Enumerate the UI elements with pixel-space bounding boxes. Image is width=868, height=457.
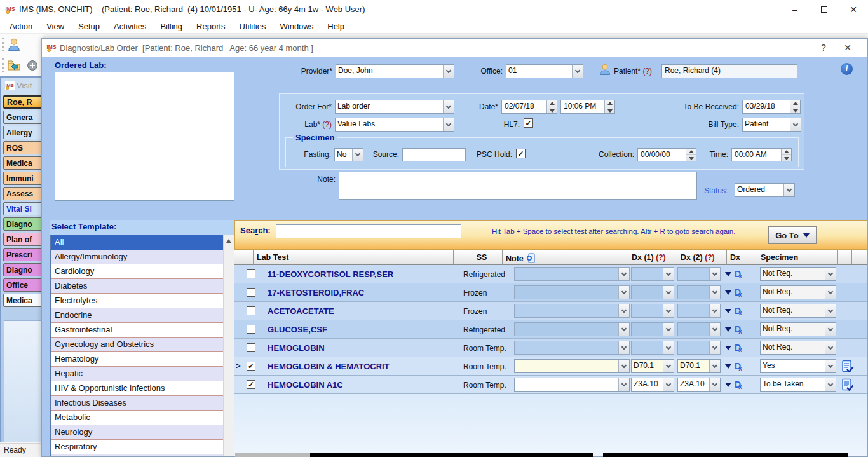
note-input[interactable] xyxy=(339,172,697,200)
header-lab-test[interactable]: Lab Test xyxy=(254,250,454,265)
template-list-item[interactable]: Rheumatology xyxy=(51,454,234,456)
spin-up-icon[interactable] xyxy=(686,149,696,155)
dx-expand-icon[interactable] xyxy=(725,290,731,295)
note-dropdown[interactable] xyxy=(514,378,630,392)
lab-test-name[interactable]: HEMOGLOBIN & HEMATOCRIT xyxy=(268,362,390,371)
provider-dropdown[interactable]: Doe, John xyxy=(336,64,454,78)
chevron-down-icon[interactable] xyxy=(709,360,720,372)
chevron-down-icon[interactable] xyxy=(709,268,720,280)
dx-expand-icon[interactable] xyxy=(725,327,731,332)
chevron-down-icon[interactable] xyxy=(825,341,836,354)
chevron-down-icon[interactable] xyxy=(443,100,454,113)
dx-expand-icon[interactable] xyxy=(725,364,731,369)
spin-up-icon[interactable] xyxy=(782,149,791,155)
psc-hold-checkbox[interactable]: ✓ xyxy=(516,149,526,158)
chevron-down-icon[interactable] xyxy=(825,323,836,336)
dx2-dropdown[interactable]: D70.1 xyxy=(677,359,721,373)
row-checkbox[interactable]: ✓ xyxy=(247,362,255,371)
chevron-down-icon[interactable] xyxy=(663,341,674,354)
dx2-dropdown[interactable]: Z3A.10 xyxy=(677,378,721,392)
menu-item[interactable]: Utilities xyxy=(233,20,273,33)
spin-down-icon[interactable] xyxy=(686,155,696,161)
note-dropdown[interactable] xyxy=(514,322,630,336)
chevron-down-icon[interactable] xyxy=(663,304,674,317)
menu-item[interactable]: Reports xyxy=(189,20,233,33)
note-dropdown[interactable] xyxy=(514,304,630,318)
lab-test-name[interactable]: HEMOGLOBIN A1C xyxy=(268,380,343,390)
row-checkbox[interactable]: ✓ xyxy=(247,288,255,297)
chevron-down-icon[interactable] xyxy=(663,360,674,372)
specimen-dropdown[interactable]: Not Req. xyxy=(760,341,836,355)
sidebar-chart-tab-plan-of[interactable]: Plan of xyxy=(3,233,43,246)
hl7-checkbox[interactable]: ✓ xyxy=(524,118,533,128)
add-icon[interactable] xyxy=(27,60,38,71)
menu-item[interactable]: Billing xyxy=(153,20,189,33)
info-icon[interactable]: i xyxy=(841,63,853,75)
sidebar-chart-tab-medica[interactable]: Medica xyxy=(3,294,43,307)
sidebar-chart-tab-vital-si[interactable]: Vital Si xyxy=(3,202,43,215)
template-list-item[interactable]: Diabetes xyxy=(51,279,234,294)
note-dropdown[interactable] xyxy=(514,267,630,281)
template-list-item[interactable]: Respiratory xyxy=(51,440,234,454)
header-dx1[interactable]: Dx (1) (?) xyxy=(628,250,677,265)
lab-test-name[interactable]: 17-KETOSTEROID,FRAC xyxy=(268,288,364,297)
order-status-dropdown[interactable]: Ordered xyxy=(735,183,795,197)
menu-item[interactable]: Windows xyxy=(273,20,321,33)
open-folder-icon[interactable] xyxy=(7,59,21,72)
dx-flag-button[interactable]: Dx xyxy=(725,268,745,280)
template-list-item[interactable]: Hematology xyxy=(51,352,234,367)
dx1-dropdown[interactable]: D70.1 xyxy=(631,359,674,373)
search-input[interactable] xyxy=(276,224,461,238)
chevron-down-icon[interactable] xyxy=(709,286,720,299)
spin-down-icon[interactable] xyxy=(782,155,791,161)
chevron-down-icon[interactable] xyxy=(709,341,720,354)
collection-date-spinner[interactable]: 00/00/00 xyxy=(637,148,696,161)
spin-down-icon[interactable] xyxy=(547,107,557,114)
sidebar-chart-tab-roe-r[interactable]: Roe, R xyxy=(3,95,43,109)
maximize-button[interactable] xyxy=(810,0,839,19)
time-spinner[interactable]: 10:06 PM xyxy=(560,100,615,114)
toolbar-grip[interactable] xyxy=(2,58,4,72)
row-checkbox[interactable]: ✓ xyxy=(247,269,255,278)
template-list-item[interactable]: Gynecology and Obstetrics xyxy=(51,338,234,352)
template-list-item[interactable]: Hepatic xyxy=(51,367,234,381)
sidebar-chart-tab-ros[interactable]: ROS xyxy=(3,141,43,154)
collection-time-spinner[interactable]: 00:00 AM xyxy=(731,148,792,161)
dx1-dropdown[interactable] xyxy=(631,322,674,336)
chevron-down-icon[interactable] xyxy=(572,65,583,78)
close-button[interactable]: ✕ xyxy=(839,0,868,19)
sidebar-chart-tab-medica[interactable]: Medica xyxy=(3,156,43,170)
source-input[interactable] xyxy=(402,148,466,161)
scroll-up-button[interactable] xyxy=(224,235,234,246)
note-add-icon[interactable] xyxy=(526,253,536,263)
chevron-down-icon[interactable] xyxy=(443,118,454,131)
lab-test-name[interactable]: GLUCOSE,CSF xyxy=(268,325,327,334)
note-dropdown[interactable] xyxy=(514,359,630,373)
lab-dropdown[interactable]: Value Labs xyxy=(335,118,454,132)
chevron-down-icon[interactable] xyxy=(663,323,674,336)
dx1-dropdown[interactable] xyxy=(631,285,674,299)
dx1-dropdown[interactable] xyxy=(631,267,674,281)
chevron-down-icon[interactable] xyxy=(709,378,720,391)
spin-down-icon[interactable] xyxy=(790,107,800,114)
specimen-dropdown[interactable]: Not Req. xyxy=(760,267,836,281)
minimize-button[interactable]: – xyxy=(780,0,810,19)
chevron-down-icon[interactable] xyxy=(783,184,794,196)
bill-type-dropdown[interactable]: Patient xyxy=(742,118,801,132)
spin-up-icon[interactable] xyxy=(790,100,800,107)
dialog-close-button[interactable]: ✕ xyxy=(833,39,862,57)
spin-down-icon[interactable] xyxy=(605,107,614,114)
template-list-item[interactable]: Cardiology xyxy=(51,264,234,279)
dx2-dropdown[interactable] xyxy=(677,285,721,299)
template-list-item[interactable]: Neurology xyxy=(51,425,234,440)
template-list-item[interactable]: Gastrointestinal xyxy=(51,323,234,338)
dx1-dropdown[interactable] xyxy=(631,304,674,318)
dx2-dropdown[interactable] xyxy=(677,322,721,336)
sidebar-chart-tab-diagno[interactable]: Diagno xyxy=(3,263,43,276)
menu-item[interactable]: View xyxy=(39,20,71,33)
spin-up-icon[interactable] xyxy=(547,100,557,107)
dx1-dropdown[interactable]: Z3A.10 xyxy=(631,378,674,392)
dx-expand-icon[interactable] xyxy=(725,309,731,313)
template-scrollbar[interactable] xyxy=(223,235,234,456)
dx-flag-button[interactable]: Dx xyxy=(725,324,745,335)
